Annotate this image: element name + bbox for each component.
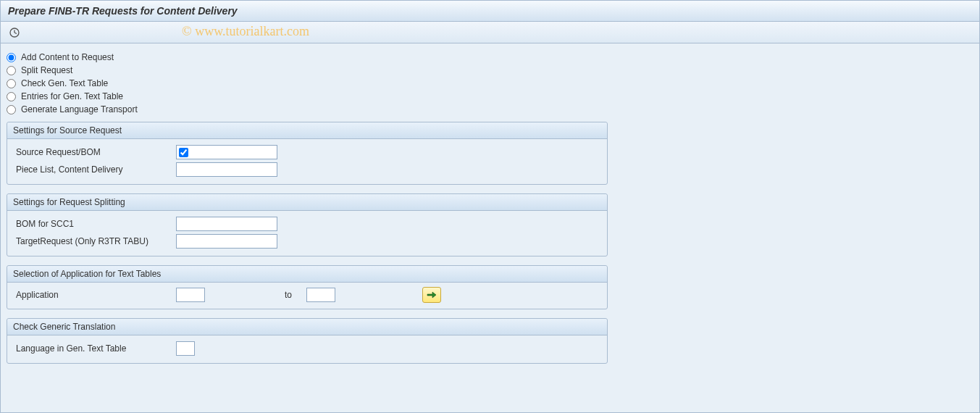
multiple-selection-button[interactable]: [422, 287, 441, 303]
group-body: Application to: [7, 283, 607, 309]
application-from-input[interactable]: [176, 288, 205, 302]
source-request-label: Source Request/BOM: [13, 147, 176, 157]
group-body: Language in Gen. Text Table: [7, 335, 607, 363]
application-label: Application: [13, 290, 176, 300]
group-check-translation: Check Generic Translation Language in Ge…: [7, 318, 608, 364]
radio-entries-gen-text-input[interactable]: [7, 92, 16, 101]
group-header: Settings for Source Request: [7, 122, 607, 139]
toolbar: © www.tutorialkart.com: [1, 22, 979, 43]
bom-scc1-label: BOM for SCC1: [13, 219, 176, 229]
arrow-right-icon: [427, 291, 437, 299]
group-header: Selection of Application for Text Tables: [7, 266, 607, 283]
radio-gen-lang-transport-input[interactable]: [7, 105, 16, 114]
radio-label: Split Request: [21, 65, 72, 75]
to-label: to: [285, 290, 292, 300]
radio-gen-lang-transport[interactable]: Generate Language Transport: [7, 103, 973, 116]
action-radio-group: Add Content to Request Split Request Che…: [7, 51, 973, 116]
group-request-splitting: Settings for Request Splitting BOM for S…: [7, 193, 608, 256]
titlebar: Prepare FINB-TR Requests for Content Del…: [1, 1, 979, 22]
group-header: Settings for Request Splitting: [7, 194, 607, 211]
bom-scc1-input[interactable]: [176, 217, 277, 231]
execute-icon[interactable]: [8, 26, 21, 39]
group-header: Check Generic Translation: [7, 319, 607, 335]
radio-add-content-input[interactable]: [7, 53, 16, 62]
group-application-selection: Selection of Application for Text Tables…: [7, 265, 608, 309]
source-request-field[interactable]: [176, 145, 277, 159]
content-area: Add Content to Request Split Request Che…: [1, 43, 979, 380]
language-input[interactable]: [176, 341, 195, 356]
group-source-request: Settings for Source Request Source Reque…: [7, 122, 608, 185]
target-request-label: TargetRequest (Only R3TR TABU): [13, 236, 176, 246]
piece-list-label: Piece List, Content Delivery: [13, 164, 176, 175]
radio-label: Generate Language Transport: [21, 104, 138, 114]
radio-label: Check Gen. Text Table: [21, 78, 108, 88]
radio-label: Add Content to Request: [21, 52, 114, 62]
group-body: Source Request/BOM Piece List, Content D…: [7, 139, 607, 184]
piece-list-input[interactable]: [176, 162, 277, 177]
svg-line-2: [14, 33, 17, 34]
radio-split-request[interactable]: Split Request: [7, 64, 973, 77]
source-request-checkbox[interactable]: [179, 148, 188, 157]
radio-check-gen-text[interactable]: Check Gen. Text Table: [7, 77, 973, 90]
app-window: Prepare FINB-TR Requests for Content Del…: [0, 0, 980, 413]
language-label: Language in Gen. Text Table: [13, 343, 176, 354]
target-request-input[interactable]: [176, 234, 277, 249]
page-title: Prepare FINB-TR Requests for Content Del…: [8, 5, 238, 17]
group-body: BOM for SCC1 TargetRequest (Only R3TR TA…: [7, 211, 607, 256]
radio-label: Entries for Gen. Text Table: [21, 91, 123, 101]
watermark: © www.tutorialkart.com: [182, 24, 309, 39]
radio-split-request-input[interactable]: [7, 66, 16, 75]
radio-entries-gen-text[interactable]: Entries for Gen. Text Table: [7, 90, 973, 103]
application-to-input[interactable]: [306, 288, 335, 302]
radio-check-gen-text-input[interactable]: [7, 79, 16, 88]
radio-add-content[interactable]: Add Content to Request: [7, 51, 973, 64]
